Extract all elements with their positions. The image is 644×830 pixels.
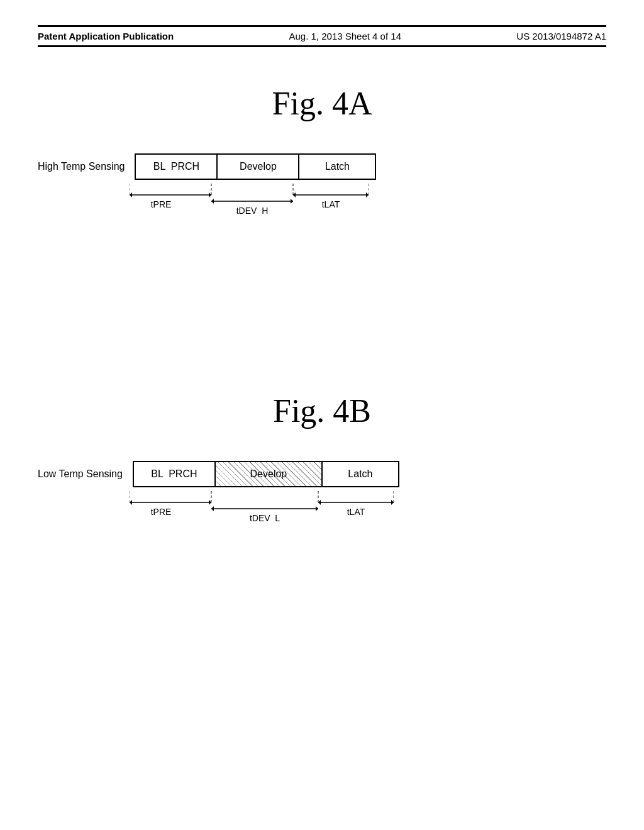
fig4a-label: High Temp Sensing <box>38 161 125 172</box>
fig4a-section: Fig. 4A High Temp Sensing BL PRCH Develo… <box>38 85 606 216</box>
svg-marker-9 <box>291 199 293 204</box>
fig4a-boxes: BL PRCH Develop Latch <box>135 153 376 180</box>
page: Patent Application Publication Aug. 1, 2… <box>0 0 644 830</box>
svg-marker-11 <box>293 192 296 197</box>
fig4a-diagram: High Temp Sensing BL PRCH Develop Latch <box>38 153 606 216</box>
fig4a-timeline: tPRE tDEV_H tLAT <box>130 184 369 214</box>
fig4b-diagram: Low Temp Sensing BL PRCH Develop Latch <box>38 461 606 524</box>
fig4a-tpre-label: tPRE <box>151 199 172 209</box>
fig4b-boxes: BL PRCH Develop Latch <box>133 461 399 487</box>
svg-marker-25 <box>391 500 394 505</box>
fig4b-box-blprch: BL PRCH <box>134 462 216 486</box>
svg-marker-12 <box>366 192 369 197</box>
header-publication-label: Patent Application Publication <box>38 31 174 42</box>
svg-marker-22 <box>316 506 318 511</box>
svg-marker-6 <box>209 192 211 197</box>
header-date-sheet: Aug. 1, 2013 Sheet 4 of 14 <box>289 31 401 42</box>
fig4a-box-latch: Latch <box>299 155 375 179</box>
fig4a-box-develop: Develop <box>218 155 299 179</box>
fig4a-title: Fig. 4A <box>38 85 606 122</box>
fig4b-timeline: tPRE tDEV_L tLAT <box>130 491 394 521</box>
svg-marker-19 <box>209 500 211 505</box>
svg-marker-18 <box>130 500 132 505</box>
fig4b-label: Low Temp Sensing <box>38 468 123 480</box>
fig4b-tdevl-label: tDEV_L <box>250 513 280 521</box>
fig4b-box-latch: Latch <box>323 462 398 486</box>
fig4b-title: Fig. 4B <box>38 392 606 429</box>
fig4b-row: Low Temp Sensing BL PRCH Develop Latch <box>38 461 606 487</box>
fig4b-tpre-label: tPRE <box>151 507 172 517</box>
fig4b-box-develop: Develop <box>216 462 323 486</box>
fig4a-tdevh-label: tDEV_H <box>236 206 269 214</box>
fig4b-develop-label: Develop <box>250 468 287 479</box>
svg-marker-21 <box>211 506 214 511</box>
fig4a-tlat-label: tLAT <box>322 199 340 209</box>
fig4a-box-blprch: BL PRCH <box>136 155 218 179</box>
svg-marker-8 <box>211 199 214 204</box>
page-header: Patent Application Publication Aug. 1, 2… <box>38 25 606 47</box>
fig4b-section: Fig. 4B Low Temp Sensing BL PRCH Develop… <box>38 392 606 524</box>
fig4b-tlat-label: tLAT <box>347 507 365 517</box>
fig4a-row: High Temp Sensing BL PRCH Develop Latch <box>38 153 606 180</box>
svg-marker-5 <box>130 192 132 197</box>
header-patent-number: US 2013/0194872 A1 <box>516 31 606 42</box>
svg-marker-24 <box>318 500 321 505</box>
